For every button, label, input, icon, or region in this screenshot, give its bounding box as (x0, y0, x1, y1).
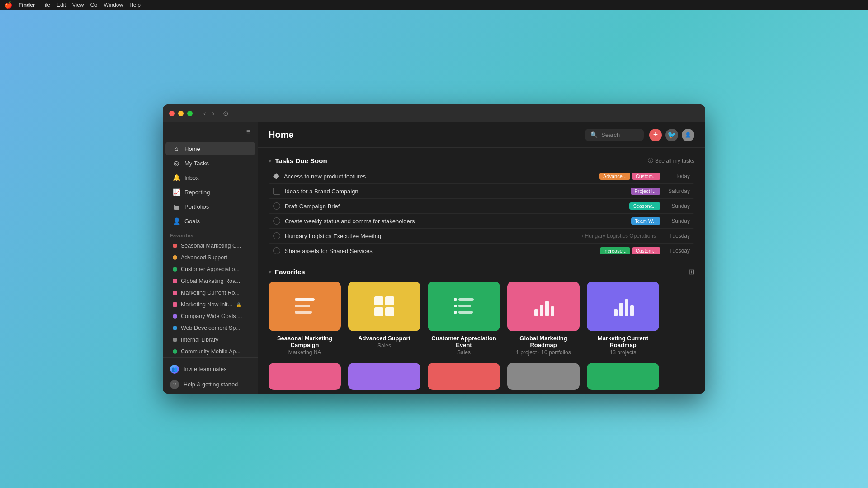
svg-rect-6 (385, 307, 394, 316)
svg-rect-10 (458, 305, 471, 307)
svg-rect-4 (385, 296, 394, 305)
svg-rect-7 (454, 298, 457, 301)
list-item[interactable] (428, 363, 500, 390)
tasks-section-title[interactable]: ▾ Tasks Due Soon (269, 157, 327, 164)
task-box-icon (273, 188, 280, 195)
task-tags: Team W... (631, 217, 660, 225)
advanced-support-card-icon (348, 282, 420, 331)
sidebar-item-marketing-current[interactable]: Marketing Current Ro... (165, 287, 255, 298)
collapse-sidebar-button[interactable]: ≡ (246, 128, 250, 136)
top-actions: + 🐦 👤 (649, 129, 694, 141)
advanced-support-dot (173, 255, 177, 260)
task-circle-icon (273, 217, 280, 225)
grid-toggle-button[interactable]: ⊞ (689, 267, 694, 276)
see-all-tasks-link[interactable]: ⓘ See all my tasks (648, 157, 694, 164)
sidebar-item-inbox[interactable]: 🔔 Inbox (165, 171, 255, 184)
sidebar-item-goals[interactable]: 👤 Goals (165, 214, 255, 228)
table-row[interactable]: Create weekly status and comms for stake… (269, 214, 694, 229)
task-name: Ideas for a Brand Campaign (285, 188, 626, 195)
list-item[interactable]: Marketing Current Roadmap 13 projects (587, 282, 659, 356)
finder-menu[interactable]: Finder (19, 2, 35, 8)
svg-rect-9 (454, 305, 457, 307)
table-row[interactable]: Share assets for Shared Services Increas… (269, 244, 694, 258)
back-button[interactable]: ‹ (202, 108, 208, 118)
task-circle-icon (273, 247, 280, 254)
tag-project: Project I... (631, 188, 660, 195)
svg-rect-12 (458, 311, 473, 314)
sidebar-item-advanced-support[interactable]: Advanced Support (165, 252, 255, 263)
add-button[interactable]: + (649, 129, 662, 141)
sidebar-item-marketing-new[interactable]: Marketing New Init... 🔒 (165, 299, 255, 310)
help-item[interactable]: ? Help & getting started (165, 377, 255, 392)
list-item[interactable]: Customer Appreciation Event Sales (428, 282, 500, 356)
task-diamond-icon (273, 173, 279, 179)
sidebar-item-seasonal[interactable]: Seasonal Marketing C... (165, 240, 255, 251)
file-menu[interactable]: File (42, 2, 50, 8)
sidebar-item-internal-library[interactable]: Internal Library (165, 334, 255, 345)
list-item[interactable]: Global Marketing Roadmap 1 project · 10 … (507, 282, 580, 356)
sidebar-item-my-tasks[interactable]: ◎ My Tasks (165, 156, 255, 170)
favorites-section-title[interactable]: ▾ Favorites (269, 268, 305, 276)
list-item[interactable] (507, 363, 580, 390)
list-item[interactable] (348, 363, 420, 390)
maximize-button[interactable] (187, 111, 193, 116)
table-row[interactable]: Access to new product features Advance..… (269, 169, 694, 184)
sidebar-item-home[interactable]: ⌂ Home (165, 142, 255, 155)
minimize-button[interactable] (178, 111, 184, 116)
advanced-support-card-sub: Sales (348, 343, 420, 349)
table-row[interactable]: Draft Campaign Brief Seasona... Sunday (269, 199, 694, 214)
customer-card-name: Customer Appreciation Event (428, 335, 500, 348)
list-item[interactable]: Advanced Support Sales (348, 282, 420, 356)
sidebar-bottom: 👥 Invite teammates ? Help & getting star… (163, 357, 258, 394)
table-row[interactable]: Ideas for a Brand Campaign Project I... … (269, 184, 694, 199)
sidebar-item-portfolios[interactable]: ▦ Portfolios (165, 200, 255, 213)
avatar-user[interactable]: 👤 (682, 129, 694, 141)
help-icon: ? (170, 380, 179, 389)
svg-rect-17 (614, 309, 618, 316)
avatar-bird[interactable]: 🐦 (665, 129, 678, 141)
sidebar-item-customer[interactable]: Customer Appreciatio... (165, 264, 255, 275)
help-menu[interactable]: Help (129, 2, 141, 8)
svg-rect-14 (540, 305, 543, 316)
forward-button[interactable]: › (210, 108, 216, 118)
reporting-icon: 📈 (173, 188, 180, 196)
svg-rect-13 (534, 309, 538, 316)
titlebar: ‹ › ⊙ (163, 104, 705, 122)
sidebar-item-global[interactable]: Global Marketing Roa... (165, 276, 255, 286)
global-bar-icon (173, 279, 177, 283)
list-item[interactable]: Seasonal Marketing Campaign Marketing NA (269, 282, 341, 356)
seasonal-card-icon (269, 282, 341, 331)
seasonal-card-name: Seasonal Marketing Campaign (269, 335, 341, 348)
sidebar-item-web[interactable]: Web Development Sp... (165, 323, 255, 333)
global-marketing-card-name: Global Marketing Roadmap (507, 335, 580, 348)
favorites-section: ▾ Favorites ⊞ (269, 267, 694, 390)
marketing-new-bar-icon (173, 302, 177, 307)
company-goals-dot (173, 314, 177, 319)
task-name: Access to new product features (284, 173, 595, 180)
task-circle-icon (273, 202, 280, 210)
customer-dot (173, 267, 177, 272)
marketing-current-card-sub: 13 projects (587, 349, 659, 356)
tasks-list: Access to new product features Advance..… (269, 169, 694, 258)
invite-teammates-item[interactable]: 👥 Invite teammates (165, 361, 255, 377)
search-bar[interactable]: 🔍 Search (585, 129, 644, 141)
history-button[interactable]: ⊙ (223, 109, 229, 117)
close-button[interactable] (169, 111, 175, 116)
list-item[interactable] (587, 363, 659, 390)
inbox-icon: 🔔 (173, 174, 180, 181)
list-item[interactable] (269, 363, 341, 390)
tag-advance: Advance... (599, 173, 630, 180)
task-tags: Increase... Custom... (600, 247, 660, 254)
sidebar-item-company-goals[interactable]: Company Wide Goals ... (165, 311, 255, 322)
go-menu[interactable]: Go (90, 2, 98, 8)
favorites-cards-grid: Seasonal Marketing Campaign Marketing NA (269, 282, 694, 356)
sidebar-item-reporting[interactable]: 📈 Reporting (165, 185, 255, 199)
window-menu[interactable]: Window (104, 2, 123, 8)
goals-icon: 👤 (173, 217, 180, 225)
top-bar: Home 🔍 Search + 🐦 👤 (258, 122, 705, 148)
sidebar-item-community[interactable]: Community Mobile Ap... (165, 346, 255, 357)
view-menu[interactable]: View (72, 2, 84, 8)
table-row[interactable]: Hungary Logistics Executive Meeting ‹ Hu… (269, 229, 694, 244)
edit-menu[interactable]: Edit (57, 2, 66, 8)
global-marketing-card-icon (507, 282, 580, 331)
